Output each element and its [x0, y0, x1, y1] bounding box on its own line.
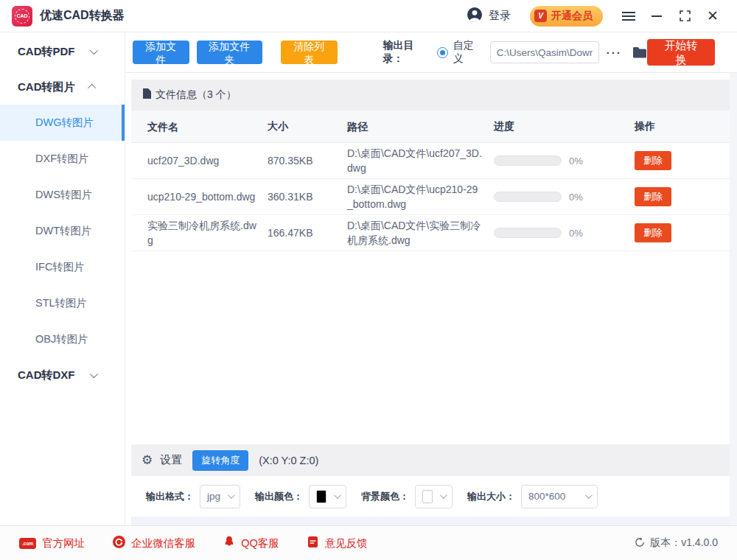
sidebar-group-label: CAD转DXF [18, 368, 75, 382]
file-name: 实验三制冷机房系统.dwg [131, 218, 268, 248]
output-dir-label: 输出目录： [383, 39, 430, 66]
output-format-label: 输出格式： [146, 490, 194, 503]
sidebar-item-dws-to-image[interactable]: DWS转图片 [0, 177, 125, 213]
vip-label: 开通会员 [551, 10, 593, 23]
sidebar: CAD转PDF CAD转图片 DWG转图片 DXF转图片 DWS转图片 DWT转… [0, 32, 125, 525]
sidebar-item-label: DWS转图片 [35, 188, 92, 202]
empty-file-list-area [131, 251, 730, 444]
rotation-values: (X:0 Y:0 Z:0) [259, 455, 318, 466]
feedback-icon [307, 536, 319, 550]
sidebar-group-cad-to-dxf[interactable]: CAD转DXF [0, 357, 125, 393]
qq-icon [223, 536, 235, 550]
close-button[interactable]: ✕ [703, 7, 722, 26]
scroll-gutter [730, 73, 737, 525]
progress-label: 0% [569, 155, 583, 167]
sidebar-item-dwg-to-image[interactable]: DWG转图片 [0, 105, 125, 141]
sidebar-item-label: IFC转图片 [35, 260, 85, 274]
sidebar-item-label: OBJ转图片 [35, 332, 88, 346]
browse-ellipsis-button[interactable]: ··· [607, 46, 622, 59]
add-folder-button[interactable]: 添加文件夹 [197, 41, 262, 64]
qq-support-link[interactable]: QQ客服 [223, 536, 279, 550]
sidebar-item-obj-to-image[interactable]: OBJ转图片 [0, 321, 125, 357]
progress-bar [494, 155, 562, 166]
sidebar-item-dxf-to-image[interactable]: DXF转图片 [0, 141, 125, 177]
app-logo-icon: CAD [12, 6, 32, 27]
sidebar-item-label: DWT转图片 [35, 224, 92, 238]
bg-color-swatch [422, 490, 433, 503]
login-button[interactable]: 登录 [467, 7, 511, 26]
bg-color-select[interactable] [415, 485, 453, 508]
sidebar-item-dwt-to-image[interactable]: DWT转图片 [0, 213, 125, 249]
output-color-select[interactable] [309, 485, 346, 508]
main-area: 添加文件 添加文件夹 清除列表 输出目录： 自定义 ··· 开始转换 [125, 32, 737, 525]
table-row: 实验三制冷机房系统.dwg 166.47KB D:\桌面\CAD文件\实验三制冷… [131, 215, 730, 251]
window-controls: ✕ [619, 7, 722, 26]
sidebar-item-label: DXF转图片 [35, 152, 89, 166]
output-size-value: 800*600 [528, 491, 565, 502]
file-info-bar: 文件信息（3 个） [131, 80, 730, 111]
file-name: ucf207_3D.dwg [131, 153, 268, 168]
chevron-up-icon [87, 84, 95, 92]
delete-button[interactable]: 删除 [635, 151, 671, 170]
maximize-button[interactable] [675, 7, 694, 26]
custom-dir-label: 自定义 [453, 39, 481, 66]
clear-list-button[interactable]: 清除列表 [281, 41, 338, 64]
file-size: 870.35KB [268, 155, 347, 167]
add-file-button[interactable]: 添加文件 [133, 41, 189, 64]
column-header-action: 操作 [635, 120, 730, 133]
menu-icon[interactable] [619, 7, 638, 26]
minimize-button[interactable] [647, 7, 666, 26]
file-size: 166.47KB [268, 227, 347, 239]
column-header-name: 文件名 [131, 119, 268, 134]
column-header-size: 大小 [268, 120, 347, 133]
sidebar-item-stl-to-image[interactable]: STL转图片 [0, 285, 125, 321]
wechat-support-link[interactable]: 企业微信客服 [113, 536, 195, 550]
delete-button[interactable]: 删除 [635, 187, 671, 206]
app-logo-text: CAD [15, 9, 29, 24]
chevron-down-icon [89, 46, 97, 55]
output-path-input[interactable] [490, 41, 599, 63]
content-row: 文件信息（3 个） 文件名 大小 路径 进度 操作 ucf207_3D.dwg … [125, 73, 737, 525]
open-vip-button[interactable]: V 开通会员 [530, 6, 603, 27]
vip-icon: V [534, 10, 547, 22]
rotate-angle-button[interactable]: 旋转角度 [192, 450, 248, 471]
delete-button[interactable]: 删除 [635, 223, 671, 242]
output-size-label: 输出大小： [467, 490, 515, 503]
table-header: 文件名 大小 路径 进度 操作 [131, 111, 730, 143]
toolbar: 添加文件 添加文件夹 清除列表 输出目录： 自定义 ··· 开始转换 [125, 32, 737, 73]
bottom-gap [131, 517, 730, 525]
bg-color-label: 背景颜色： [361, 490, 409, 503]
login-label: 登录 [489, 9, 511, 23]
sidebar-item-label: STL转图片 [35, 296, 87, 310]
open-folder-icon[interactable] [632, 46, 647, 58]
output-color-swatch [316, 490, 326, 503]
sidebar-item-ifc-to-image[interactable]: IFC转图片 [0, 249, 125, 285]
output-size-select[interactable]: 800*600 [521, 485, 598, 508]
feedback-link[interactable]: 意见反馈 [307, 536, 368, 550]
custom-dir-radio[interactable] [437, 47, 448, 58]
version-label: 版本：v1.4.0.0 [650, 536, 718, 550]
start-convert-button[interactable]: 开始转换 [647, 39, 715, 66]
website-icon: .com [19, 538, 36, 549]
gear-icon: ⚙ [142, 454, 153, 466]
output-format-value: jpg [207, 491, 220, 502]
progress-label: 0% [569, 192, 583, 203]
chevron-down-icon [228, 491, 235, 499]
file-size: 360.31KB [268, 191, 347, 203]
sidebar-group-cad-to-image[interactable]: CAD转图片 [0, 69, 125, 105]
output-format-select[interactable]: jpg [200, 485, 240, 508]
footer-link-label: 企业微信客服 [131, 536, 195, 550]
output-options-row: 输出格式： jpg 输出颜色： 背景颜色： [131, 476, 730, 517]
document-icon [143, 88, 151, 102]
sidebar-item-label: DWG转图片 [35, 116, 94, 130]
update-refresh-icon [635, 537, 645, 550]
sidebar-group-cad-to-pdf[interactable]: CAD转PDF [0, 34, 125, 69]
footer-link-label: QQ客服 [241, 536, 279, 550]
app-window: CAD 优速CAD转换器 登录 V 开通会员 ✕ [0, 0, 737, 560]
official-website-link[interactable]: .com 官方网址 [19, 536, 85, 550]
footer-link-label: 官方网址 [42, 536, 85, 550]
chevron-down-icon [440, 491, 447, 499]
app-body: CAD转PDF CAD转图片 DWG转图片 DXF转图片 DWS转图片 DWT转… [0, 32, 737, 525]
file-path: D:\桌面\CAD文件\ucp210-29_bottom.dwg [347, 182, 494, 211]
column-header-path: 路径 [347, 119, 494, 134]
